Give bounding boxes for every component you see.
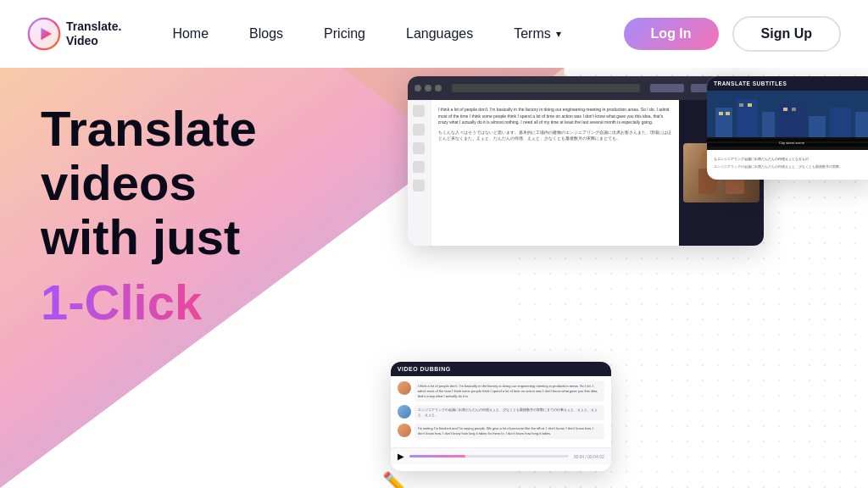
- nav-actions: Log In Sign Up: [624, 16, 841, 52]
- dubbing-footer: ▶ 00:04 / 00:04:02: [391, 447, 611, 464]
- dubbing-text-2: エンジニアリングの会議に出席だんだんの何億えぇと、少なくとも最後数月の実際にまで…: [415, 405, 604, 420]
- logo-text: Translate. Video: [66, 19, 121, 48]
- logo-icon: [27, 17, 61, 51]
- svg-rect-18: [726, 112, 730, 115]
- sidebar-tool-2: [413, 124, 425, 136]
- editor-japanese-text: ちくんな人々はそうではないと思います。基本的に工場内の建物のエンジニアリング会議…: [438, 130, 672, 142]
- nav-languages[interactable]: Languages: [389, 19, 490, 48]
- login-button[interactable]: Log In: [624, 18, 719, 50]
- dubbing-text-1: I think a lot of people don't. I'm basic…: [415, 381, 604, 402]
- editor-text-area: I think a lot of people don't. I'm basic…: [431, 100, 679, 246]
- dubbing-avatar-2: [398, 405, 411, 419]
- editor-sidebar: [408, 100, 431, 246]
- dubbing-avatar-1: [398, 381, 411, 395]
- svg-rect-21: [783, 108, 787, 111]
- signup-button[interactable]: Sign Up: [732, 16, 841, 52]
- chevron-down-icon: ▾: [556, 28, 561, 40]
- subtitles-header: TRANSLATE SUBTITLES: [707, 76, 868, 91]
- hero-title: Translate videos with just: [41, 102, 391, 263]
- dubbing-card: VIDEO DUBBING I think a lot of people do…: [391, 362, 611, 471]
- progress-bar: [409, 455, 569, 458]
- dubbing-avatar-3: [398, 424, 411, 437]
- play-icon[interactable]: ▶: [398, 452, 404, 461]
- toolbar-dot-1: [415, 85, 421, 92]
- sidebar-tool-4: [413, 161, 425, 173]
- nav-links: Home Blogs Pricing Languages Terms ▾: [155, 19, 623, 48]
- logo[interactable]: Translate. Video: [27, 17, 121, 51]
- editor-english-text: I think a lot of people don't. I'm basic…: [438, 107, 672, 126]
- navbar: Translate. Video Home Blogs Pricing Lang…: [0, 0, 868, 68]
- time-label: 00:04 / 00:04:02: [574, 454, 604, 459]
- progress-fill: [409, 455, 465, 458]
- sidebar-tool-5: [413, 180, 425, 191]
- sidebar-tool-1: [413, 105, 425, 117]
- subtitles-jp-text: もエンジニアリング会議に出席だんだんの何億えぇとなるもの: [714, 157, 868, 162]
- hero-section: Translate videos with just 1-Click✏️: [0, 68, 868, 488]
- nav-home[interactable]: Home: [155, 19, 225, 48]
- nav-blogs[interactable]: Blogs: [232, 19, 300, 48]
- nav-terms[interactable]: Terms ▾: [497, 19, 578, 48]
- hero-content: Translate videos with just 1-Click✏️: [0, 68, 391, 488]
- sidebar-tool-3: [413, 142, 425, 154]
- dubbing-row-2: エンジニアリングの会議に出席だんだんの何億えぇと、少なくとも最後数月の実際にまで…: [398, 405, 604, 420]
- nav-pricing[interactable]: Pricing: [307, 19, 382, 48]
- svg-rect-20: [748, 103, 752, 107]
- svg-rect-22: [792, 108, 796, 111]
- subtitles-card: TRANSLATE SUBTITLES: [707, 76, 868, 180]
- hero-visuals: I think a lot of people don't. I'm basic…: [391, 68, 868, 488]
- hero-highlight: 1-Click✏️: [41, 274, 391, 330]
- dubbing-row-3: I'm writing I'm finished and I'm saying …: [398, 424, 604, 439]
- subtitles-image: City street scene: [707, 91, 868, 150]
- toolbar-dot-2: [425, 85, 431, 92]
- dubbing-header: VIDEO DUBBING: [391, 362, 611, 376]
- dubbing-text-3: I'm writing I'm finished and I'm saying …: [415, 424, 604, 439]
- toolbar-dot-3: [435, 85, 442, 92]
- subtitles-overlay-text: City street scene: [707, 139, 868, 147]
- dubbing-row-1: I think a lot of people don't. I'm basic…: [398, 381, 604, 402]
- svg-rect-17: [719, 112, 723, 115]
- subtitles-bottom-text: エンジニアリングの会議に出席だんだんの何億えぇと、少なくとも最後数月の実際。: [714, 164, 868, 169]
- subtitles-text: もエンジニアリング会議に出席だんだんの何億えぇとなるもの エンジニアリングの会議…: [707, 150, 868, 175]
- dubbing-content: I think a lot of people don't. I'm basic…: [391, 376, 611, 447]
- svg-rect-19: [739, 103, 743, 107]
